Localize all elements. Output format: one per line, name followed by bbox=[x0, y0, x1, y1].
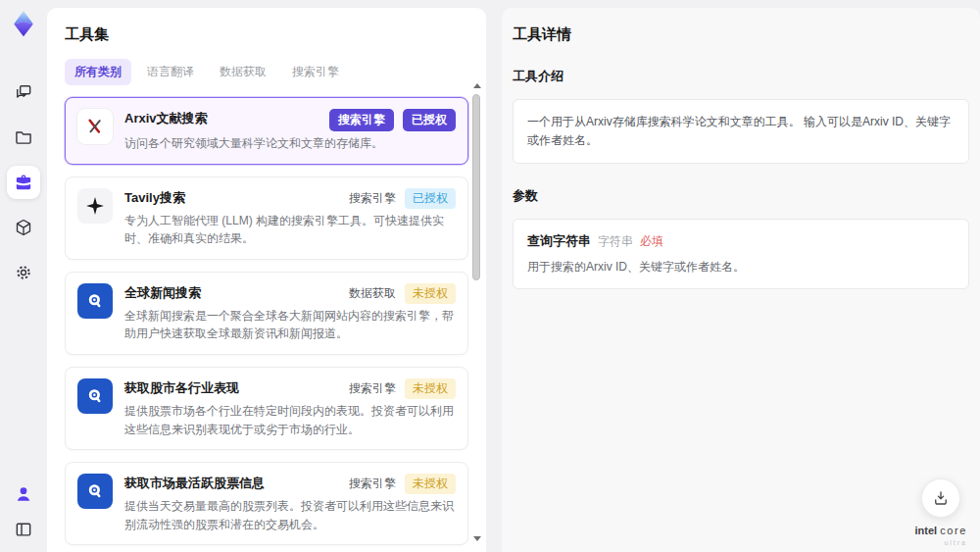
brand-name: intel bbox=[915, 525, 938, 536]
chat-icon bbox=[14, 82, 33, 102]
tool-card[interactable]: 全球新闻搜索数据获取未授权全球新闻搜索是一个聚合全球各大新闻网站内容的搜索引擎，… bbox=[65, 272, 468, 355]
scrollbar-down-arrow-icon[interactable] bbox=[473, 536, 481, 541]
tool-description: 访问各个研究领域大量科学论文和文章的存储库。 bbox=[124, 134, 456, 153]
param-box: 查询字符串 字符串 必填 用于搜索的Arxiv ID、关键字或作者姓名。 bbox=[513, 219, 969, 289]
gear-icon bbox=[14, 263, 33, 282]
app-window: 工具集 所有类别语言翻译数据获取搜索引擎 Arxiv文献搜索搜索引擎已授权访问各… bbox=[0, 0, 980, 552]
search-blue-icon bbox=[77, 378, 113, 414]
tool-card-list: Arxiv文献搜索搜索引擎已授权访问各个研究领域大量科学论文和文章的存储库。Ta… bbox=[65, 97, 468, 552]
tab-data[interactable]: 数据获取 bbox=[210, 59, 276, 85]
tool-category-badge: 搜索引擎 bbox=[349, 476, 396, 492]
scrollbar-thumb[interactable] bbox=[472, 94, 480, 280]
sidebar-item-profile[interactable] bbox=[9, 481, 38, 507]
tool-card[interactable]: Arxiv文献搜索搜索引擎已授权访问各个研究领域大量科学论文和文章的存储库。 bbox=[65, 97, 468, 165]
tool-category-badge: 搜索引擎 bbox=[329, 109, 394, 131]
tool-auth-badge: 未授权 bbox=[405, 378, 456, 399]
tool-list-panel: 工具集 所有类别语言翻译数据获取搜索引擎 Arxiv文献搜索搜索引擎已授权访问各… bbox=[47, 8, 486, 552]
tool-auth-badge: 未授权 bbox=[405, 474, 456, 494]
tool-body: 全球新闻搜索数据获取未授权全球新闻搜索是一个聚合全球各大新闻网站内容的搜索引擎，… bbox=[124, 283, 456, 343]
param-description: 用于搜索的Arxiv ID、关键字或作者姓名。 bbox=[527, 259, 955, 276]
tool-header: 获取市场最活跃股票信息搜索引擎未授权 bbox=[124, 474, 456, 494]
tool-name: Tavily搜索 bbox=[124, 188, 341, 207]
app-logo-icon[interactable] bbox=[9, 9, 38, 38]
param-type: 字符串 bbox=[598, 233, 633, 250]
tool-description: 提供股票市场各个行业在特定时间段内的表现。投资者可以利用这些信息来识别表现优于或… bbox=[124, 402, 456, 438]
download-icon bbox=[932, 489, 950, 507]
tool-body: 获取市场最活跃股票信息搜索引擎未授权提供当天交易量最高的股票列表。投资者可以利用… bbox=[124, 474, 456, 533]
param-required-badge: 必填 bbox=[640, 233, 663, 250]
intro-section-title: 工具介绍 bbox=[513, 68, 969, 85]
sidebar-item-collapse[interactable] bbox=[9, 517, 38, 542]
sidebar-item-files[interactable] bbox=[7, 121, 40, 154]
tool-header: Arxiv文献搜索搜索引擎已授权 bbox=[124, 109, 456, 131]
tool-description: 提供当天交易量最高的股票列表。投资者可以利用这些信息来识别流动性强的股票和潜在的… bbox=[124, 497, 456, 533]
intro-box: 一个用于从Arxiv存储库搜索科学论文和文章的工具。 输入可以是Arxiv ID… bbox=[513, 99, 969, 164]
tavily-icon bbox=[77, 188, 113, 224]
tool-body: 获取股市各行业表现搜索引擎未授权提供股票市场各个行业在特定时间段内的表现。投资者… bbox=[124, 378, 456, 438]
panel-icon bbox=[14, 520, 33, 539]
cube-icon bbox=[14, 218, 33, 237]
tool-auth-badge: 已授权 bbox=[405, 188, 456, 209]
tool-detail-panel: 工具详情 工具介绍 一个用于从Arxiv存储库搜索科学论文和文章的工具。 输入可… bbox=[502, 8, 980, 552]
brand-tier: ultra bbox=[915, 539, 967, 546]
tab-all[interactable]: 所有类别 bbox=[65, 59, 131, 85]
sidebar bbox=[0, 0, 47, 552]
scrollbar-up-arrow-icon[interactable] bbox=[473, 83, 481, 88]
tool-body: Tavily搜索搜索引擎已授权专为人工智能代理 (LLM) 构建的搜索引擎工具。… bbox=[124, 188, 456, 248]
tool-badges: 搜索引擎未授权 bbox=[349, 378, 456, 399]
sidebar-item-chat[interactable] bbox=[7, 75, 40, 109]
tool-body: Arxiv文献搜索搜索引擎已授权访问各个研究领域大量科学论文和文章的存储库。 bbox=[124, 109, 456, 153]
intel-core-logo: intelcore ultra bbox=[915, 522, 967, 546]
tool-name: 全球新闻搜索 bbox=[124, 283, 341, 302]
sidebar-item-packages[interactable] bbox=[7, 211, 40, 244]
sidebar-bottom bbox=[9, 481, 38, 552]
category-tabs: 所有类别语言翻译数据获取搜索引擎 bbox=[65, 59, 468, 85]
tool-header: 获取股市各行业表现搜索引擎未授权 bbox=[124, 378, 456, 399]
brand-product: core bbox=[940, 525, 967, 536]
download-button[interactable] bbox=[921, 478, 960, 518]
arxiv-icon bbox=[77, 109, 113, 144]
tool-card[interactable]: 获取市场最活跃股票信息搜索引擎未授权提供当天交易量最高的股票列表。投资者可以利用… bbox=[65, 462, 468, 545]
tool-name: 获取股市各行业表现 bbox=[124, 378, 341, 397]
bottom-right-float: intelcore ultra bbox=[915, 478, 967, 546]
tool-auth-badge: 未授权 bbox=[405, 283, 456, 304]
tool-auth-badge: 已授权 bbox=[403, 109, 456, 131]
avatar-icon bbox=[14, 484, 33, 504]
tool-card[interactable]: 获取股市各行业表现搜索引擎未授权提供股票市场各个行业在特定时间段内的表现。投资者… bbox=[65, 367, 468, 450]
tool-header: Tavily搜索搜索引擎已授权 bbox=[124, 188, 456, 209]
sidebar-item-tools[interactable] bbox=[7, 166, 40, 199]
sidebar-item-settings[interactable] bbox=[7, 256, 40, 289]
search-blue-icon bbox=[77, 474, 113, 509]
tool-category-badge: 搜索引擎 bbox=[349, 190, 396, 207]
search-blue-icon bbox=[77, 283, 113, 319]
list-scrollbar[interactable] bbox=[472, 8, 483, 552]
tool-card[interactable]: Tavily搜索搜索引擎已授权专为人工智能代理 (LLM) 构建的搜索引擎工具。… bbox=[65, 176, 468, 260]
param-header: 查询字符串 字符串 必填 bbox=[527, 232, 955, 250]
tab-translate[interactable]: 语言翻译 bbox=[137, 59, 204, 85]
tool-name: 获取市场最活跃股票信息 bbox=[124, 474, 341, 492]
tool-badges: 搜索引擎已授权 bbox=[329, 109, 456, 131]
tab-search[interactable]: 搜索引擎 bbox=[282, 59, 349, 85]
tool-badges: 数据获取未授权 bbox=[349, 283, 456, 304]
page-title: 工具集 bbox=[65, 25, 468, 44]
param-name: 查询字符串 bbox=[527, 232, 591, 250]
intro-text: 一个用于从Arxiv存储库搜索科学论文和文章的工具。 输入可以是Arxiv ID… bbox=[527, 113, 955, 150]
tool-badges: 搜索引擎未授权 bbox=[349, 474, 456, 494]
briefcase-icon bbox=[14, 173, 33, 192]
tool-description: 专为人工智能代理 (LLM) 构建的搜索引擎工具。可快速提供实时、准确和真实的结… bbox=[124, 212, 456, 248]
tool-category-badge: 搜索引擎 bbox=[349, 380, 396, 397]
tool-name: Arxiv文献搜索 bbox=[124, 109, 321, 127]
tool-header: 全球新闻搜索数据获取未授权 bbox=[124, 283, 456, 304]
tool-badges: 搜索引擎已授权 bbox=[349, 188, 456, 209]
tool-category-badge: 数据获取 bbox=[349, 285, 396, 302]
params-section-title: 参数 bbox=[513, 187, 969, 205]
tool-description: 全球新闻搜索是一个聚合全球各大新闻网站内容的搜索引擎，帮助用户快速获取全球最新资… bbox=[124, 307, 456, 343]
folder-icon bbox=[14, 127, 33, 147]
sidebar-nav bbox=[7, 75, 40, 289]
detail-title: 工具详情 bbox=[513, 25, 969, 44]
